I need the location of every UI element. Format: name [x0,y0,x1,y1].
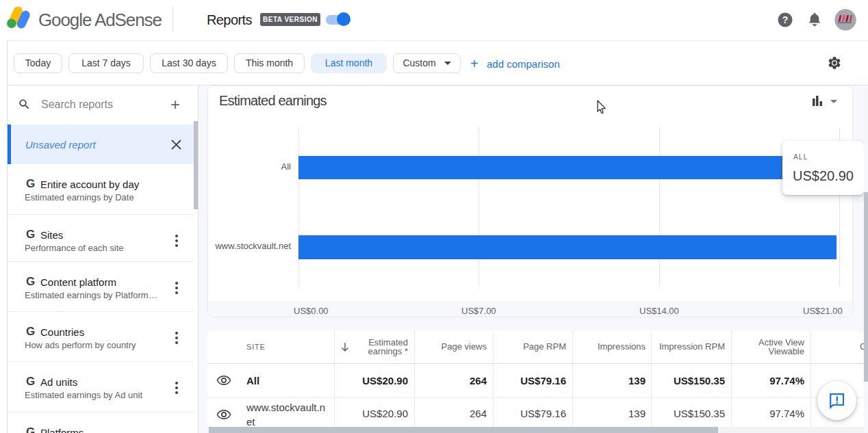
svg-text:?: ? [782,14,789,25]
